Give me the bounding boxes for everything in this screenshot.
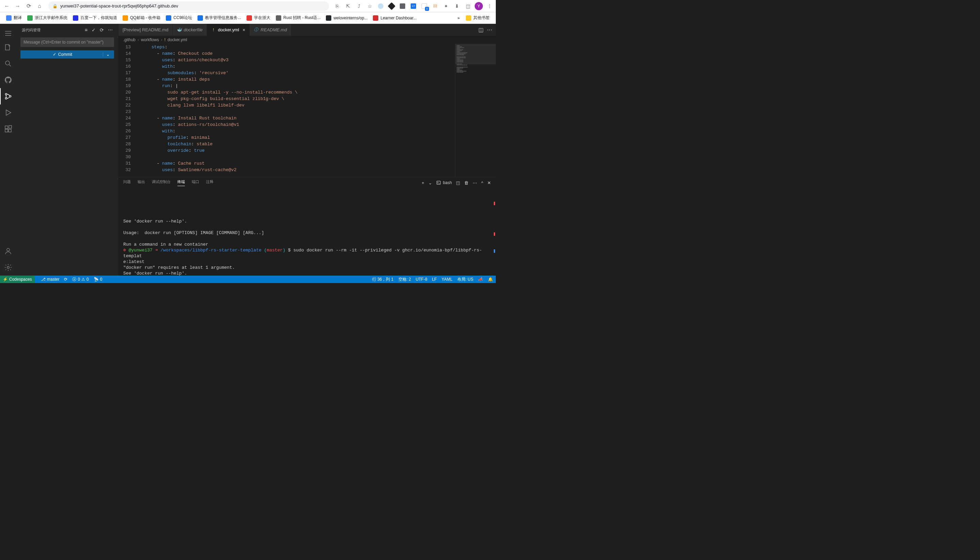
ext6-icon[interactable]: ⦀⦀ [431,2,439,10]
sidepanel-icon[interactable]: ◫ [464,2,472,10]
extensions-icon[interactable]: ✦ [442,2,450,10]
terminal-shell-label[interactable]: bash [436,180,452,185]
panel-tab[interactable]: 端口 [192,179,199,186]
commit-button[interactable]: ✓Commit ⌄ [20,50,114,58]
debug-tab[interactable] [0,105,16,121]
file-type-icon: ! [211,28,216,32]
maximize-panel-icon[interactable]: ^ [481,180,483,185]
panel-tab[interactable]: 注释 [206,179,214,186]
breadcrumb-seg[interactable]: workflows [141,37,159,42]
nav-reload-button[interactable]: ⟳ [24,2,33,11]
minimap[interactable]: ████████████████████████████████████████… [455,44,496,177]
chrome-menu-icon[interactable]: ⋮ [485,2,494,10]
feedback-button[interactable]: 📣 [478,277,483,282]
settings-button[interactable] [0,259,16,276]
ext1-icon[interactable] [376,2,385,10]
nav-back-button[interactable]: ← [2,2,12,11]
terminal-output[interactable]: See 'docker run --help'. Usage: docker r… [119,188,496,276]
profile-avatar[interactable]: Y [475,2,483,10]
explorer-tab[interactable] [0,39,16,55]
language-button[interactable]: YAML [442,277,453,282]
bookmark-item[interactable]: Learner Dashboar... [370,13,419,22]
search-tab[interactable] [0,55,16,72]
more-actions-icon[interactable]: ⋯ [108,27,113,33]
github-tab[interactable] [0,72,16,88]
bookmark-item[interactable]: weloveinterns/op... [323,13,370,22]
editor-more-icon[interactable]: ⋯ [487,27,492,33]
panel-tab[interactable]: 输出 [137,179,145,186]
scm-tab[interactable] [0,88,16,105]
notifications-button[interactable]: 🔔 [488,277,493,282]
bookmark-item[interactable]: 学在浙大 [244,13,273,22]
cursor-position[interactable]: 行 36，列 1 [372,277,394,282]
bookmark-item[interactable]: 百度一下，你就知道 [70,13,120,22]
indentation-button[interactable]: 空格: 2 [398,277,411,282]
editor-tab[interactable]: 🐳dockerfile [173,24,207,36]
kill-terminal-icon[interactable]: 🗑 [464,180,468,185]
other-bookmarks-label: 其他书签 [473,15,490,21]
breadcrumb[interactable]: .github › workflows › ! docker.yml [119,36,496,44]
bookmark-item[interactable]: QQ邮箱 - 收件箱 [120,13,163,22]
terminal-dropdown-icon[interactable]: ⌄ [428,180,432,185]
editor-tab[interactable]: !docker.yml× [207,24,249,36]
line-numbers: 1314151617181920212223242526272829303132 [119,44,135,177]
code-content[interactable]: steps: - name: Checkout code uses: actio… [135,44,455,177]
browser-toolbar: ← → ⟳ ⌂ 🔒 yunwei37-potential-space-trout… [0,0,496,12]
breadcrumb-seg[interactable]: docker.yml [167,37,187,42]
downloads-icon[interactable]: ⬇ [453,2,461,10]
menu-button[interactable] [0,27,16,39]
layout-button[interactable]: 布局: US [457,277,473,282]
close-panel-icon[interactable]: ✕ [487,180,491,185]
bookmark-label: 翻译 [13,15,22,21]
url-bar[interactable]: 🔒 yunwei37-potential-space-trout-rpr5qwj… [48,2,329,11]
bookmark-item[interactable]: 浙江大学邮件系统 [25,13,70,22]
commit-dropdown-button[interactable]: ⌄ [103,52,112,57]
star-icon[interactable]: ☆ [366,2,374,10]
commit-message-input[interactable]: Message (Ctrl+Enter to commit on "master… [20,37,114,47]
view-as-tree-icon[interactable]: ≡ [85,27,87,33]
svg-rect-10 [437,181,441,184]
split-terminal-icon[interactable]: ◫ [456,180,460,185]
share-icon[interactable]: ⤴ [355,2,363,10]
editor-tab[interactable]: [Preview] README.md [119,24,173,36]
close-tab-icon[interactable]: × [242,27,245,33]
accounts-button[interactable] [0,243,16,259]
panel-tab[interactable]: 问题 [123,179,131,186]
feedback-icon: 📣 [478,277,483,282]
new-terminal-button[interactable]: + [421,180,424,185]
bookmark-item[interactable]: 教学管理信息服务... [195,13,244,22]
bookmark-overflow[interactable]: » [455,14,462,22]
ext4-icon[interactable]: LT [409,2,418,10]
bookmark-item[interactable]: 翻译 [3,13,25,22]
warning-icon: ⚠ [81,277,85,282]
bookmark-item[interactable]: Rust 招聘 - Rust语... [273,13,323,22]
ports-button[interactable]: 📡0 [94,277,102,282]
panel-more-icon[interactable]: ⋯ [473,180,477,185]
ext2-icon[interactable] [388,2,396,10]
encoding-button[interactable]: UTF-8 [416,277,427,282]
nav-home-button[interactable]: ⌂ [35,2,44,11]
ext5-icon[interactable] [420,2,428,10]
other-bookmarks-button[interactable]: 其他书签 [463,13,492,22]
bookmark-label: CC98论坛 [173,15,192,21]
ext3-icon[interactable] [398,2,406,10]
nav-forward-button[interactable]: → [13,2,22,11]
extensions-tab[interactable] [0,121,16,137]
codespaces-button[interactable]: ⚡ Codespaces [0,276,35,283]
panel-tab[interactable]: 终端 [177,179,185,186]
install-pwa-icon[interactable]: ⎘ [333,2,341,10]
bookmark-item[interactable]: CC98论坛 [163,13,195,22]
branch-button[interactable]: ⎇ master [41,277,60,282]
refresh-icon[interactable]: ⟳ [100,27,104,33]
problems-button[interactable]: ⓧ0 ⚠0 [72,277,89,282]
breadcrumb-seg[interactable]: .github [123,37,135,42]
code-editor[interactable]: 1314151617181920212223242526272829303132… [119,44,496,177]
split-editor-icon[interactable]: ◫ [478,27,483,33]
editor-tab[interactable]: ⓘREADME.md [249,24,291,36]
commit-check-icon[interactable]: ✓ [92,27,96,33]
sync-button[interactable]: ⟳ [64,277,67,282]
bookmark-favicon [326,15,331,21]
open-new-icon[interactable]: ⇱ [344,2,352,10]
panel-tab[interactable]: 调试控制台 [152,179,171,186]
eol-button[interactable]: LF [432,277,437,282]
